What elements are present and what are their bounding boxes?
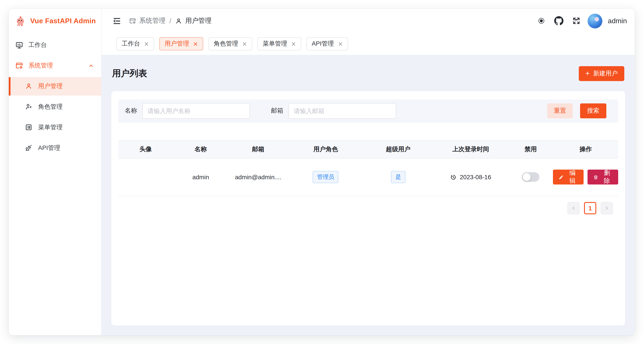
breadcrumb-item-users[interactable]: 用户管理 [175,17,212,25]
window-settings-icon [129,17,136,24]
edit-button[interactable]: 编辑 [553,170,584,185]
tab-label: 用户管理 [164,40,189,48]
cell-role: 管理员 [288,171,363,183]
search-panel: 名称 邮箱 重置 搜索 [118,100,618,123]
menu-list-icon [25,124,33,131]
user-list-card: 名称 邮箱 重置 搜索 头像 名称 [111,91,625,325]
tab-menus[interactable]: 菜单管理 [258,37,301,50]
monitor-icon [15,41,23,49]
column-header-actions: 操作 [553,146,618,153]
email-field-label: 邮箱 [271,107,283,115]
reset-button[interactable]: 重置 [547,104,573,119]
window-settings-icon [15,62,23,70]
disabled-toggle[interactable] [522,172,539,182]
theme-sun-icon[interactable] [535,15,548,27]
sidebar-item-workbench[interactable]: 工作台 [9,36,101,54]
api-plug-icon [25,144,33,152]
cell-email: admin@admin.... [228,174,288,181]
user-avatar[interactable] [588,13,603,28]
chevron-up-icon [88,63,94,69]
tab-close-icon[interactable] [338,42,342,46]
sidebar: Vue FastAPI Admin 工作台 [9,9,102,335]
github-icon[interactable] [553,15,565,27]
tab-label: 工作台 [122,40,140,48]
chick-logo-icon [15,15,26,27]
tab-close-icon[interactable] [291,42,296,46]
cell-name: admin [173,174,228,181]
tab-workbench[interactable]: 工作台 [116,37,154,50]
sidebar-collapse-icon[interactable] [111,15,123,27]
tab-bar: 工作台 用户管理 角色管理 [102,33,635,55]
breadcrumb-label: 用户管理 [185,17,212,25]
brand[interactable]: Vue FastAPI Admin [9,9,101,33]
role-tag: 管理员 [313,171,339,183]
tab-roles[interactable]: 角色管理 [208,37,252,50]
cell-disabled [508,172,553,182]
sidebar-item-apis[interactable]: API管理 [9,139,101,157]
sidebar-item-roles[interactable]: 角色管理 [9,98,101,116]
column-header-avatar: 头像 [118,146,173,153]
page-header: 用户列表 + 新建用户 [111,55,625,91]
cell-superuser: 是 [363,171,433,183]
new-user-button-label: 新建用户 [593,70,618,78]
sidebar-item-label: API管理 [38,144,60,152]
fullscreen-icon[interactable] [570,15,582,27]
search-actions: 重置 搜索 [547,104,612,119]
tab-users[interactable]: 用户管理 [159,37,203,50]
breadcrumb-item-system[interactable]: 系统管理 [129,17,166,25]
edit-button-label: 编辑 [567,170,578,185]
page-title: 用户列表 [112,68,147,80]
brand-title: Vue FastAPI Admin [30,17,96,25]
topbar-actions: admin [535,13,627,28]
tab-close-icon[interactable] [144,42,149,46]
sidebar-item-label: 工作台 [28,41,47,49]
pagination-prev-button[interactable] [568,202,580,214]
sidebar-item-menus[interactable]: 菜单管理 [9,118,101,137]
breadcrumb-label: 系统管理 [139,17,166,25]
tab-label: 角色管理 [214,40,238,48]
sidebar-menu: 工作台 系统管理 [9,33,101,157]
main-column: 系统管理 / 用户管理 [102,9,635,335]
tab-close-icon[interactable] [242,42,247,46]
user-role-icon [25,103,33,111]
username-label[interactable]: admin [608,17,627,25]
user-icon [175,17,182,24]
column-header-last-login: 上次登录时间 [433,146,508,153]
table-row: admin admin@admin.... 管理员 是 [118,159,618,196]
column-header-disabled: 禁用 [508,146,553,153]
chevron-right-icon [604,205,610,211]
cell-actions: 编辑 删除 [553,170,618,185]
tab-close-icon[interactable] [193,42,198,46]
breadcrumb-separator: / [170,17,171,25]
pagination: 1 [118,202,618,214]
clock-history-icon [450,174,457,181]
delete-button[interactable]: 删除 [588,170,618,185]
sidebar-item-users[interactable]: 用户管理 [9,77,101,96]
sidebar-item-label: 菜单管理 [38,124,62,131]
users-table: 头像 名称 邮箱 用户角色 超级用户 上次登录时间 禁用 操作 admin [118,140,618,196]
user-icon [25,82,33,90]
plus-icon: + [585,70,590,77]
app-window: Vue FastAPI Admin 工作台 [9,9,635,335]
search-button[interactable]: 搜索 [580,104,606,119]
content-area: 用户列表 + 新建用户 名称 邮箱 重置 [102,55,635,335]
table-header-row: 头像 名称 邮箱 用户角色 超级用户 上次登录时间 禁用 操作 [118,141,618,159]
chevron-left-icon [571,205,576,211]
name-search-input[interactable] [142,103,250,119]
name-field-label: 名称 [125,107,137,115]
sidebar-item-system[interactable]: 系统管理 [9,57,101,75]
tab-apis[interactable]: API管理 [306,37,348,50]
new-user-button[interactable]: + 新建用户 [579,66,624,81]
pagination-page-1[interactable]: 1 [584,202,596,214]
pencil-icon [559,174,564,180]
superuser-tag: 是 [391,171,406,183]
sidebar-item-label: 系统管理 [28,62,53,70]
toggle-knob [523,173,530,181]
sidebar-item-label: 角色管理 [38,103,62,111]
tab-label: API管理 [312,40,334,48]
tab-label: 菜单管理 [263,40,287,48]
pagination-next-button[interactable] [601,202,613,214]
column-header-email: 邮箱 [228,146,288,153]
column-header-name: 名称 [173,146,228,153]
email-search-input[interactable] [288,103,396,119]
